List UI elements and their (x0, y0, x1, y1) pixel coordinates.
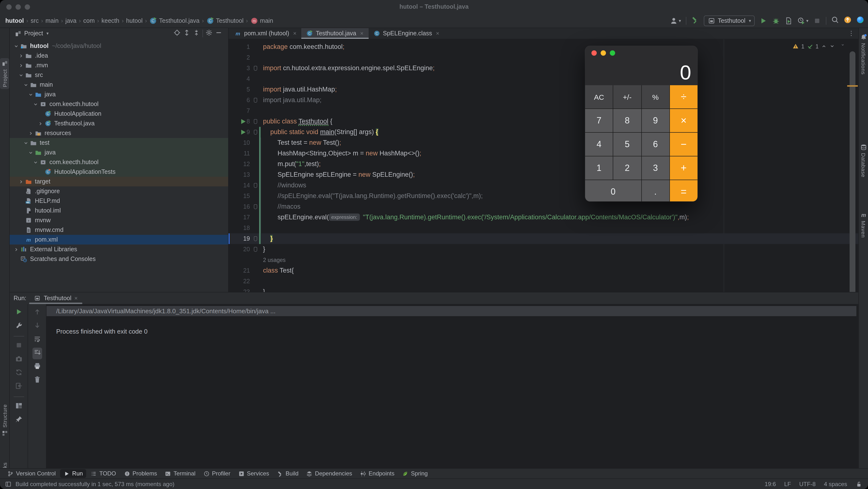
zoom-window-button[interactable] (25, 4, 30, 9)
expand-all-button[interactable] (183, 29, 190, 38)
tree-item-help-md[interactable]: MDHELP.md (10, 196, 228, 206)
breadcrumb-item-testhutool-java[interactable]: CTesthutool.java (149, 17, 199, 25)
tree-chevron[interactable] (28, 130, 35, 136)
sidebar-item-project[interactable]: Project (0, 58, 9, 89)
up-button[interactable] (33, 308, 41, 318)
indent-setting[interactable]: 4 spaces (824, 481, 847, 487)
toolwindow-button-spring[interactable]: Spring (399, 469, 431, 478)
fold-marker-icon[interactable] (254, 204, 257, 209)
sidebar-item-maven[interactable]: mMaven (859, 209, 868, 240)
tree-item-java[interactable]: java (10, 148, 228, 157)
tree-chevron[interactable] (28, 150, 35, 155)
tree-chevron[interactable] (33, 101, 40, 107)
locate-button[interactable] (174, 29, 181, 38)
breadcrumb-item-main[interactable]: main (45, 17, 59, 24)
tab-pom-xml-hutool-[interactable]: mpom.xml (hutool)× (229, 28, 301, 39)
toolwindow-button-profiler[interactable]: Profiler (200, 469, 234, 478)
tree-item-pom-xml[interactable]: mpom.xml (10, 235, 228, 244)
tree-item-mvnw[interactable]: ›mvnw (10, 216, 228, 225)
camera-button[interactable] (15, 355, 23, 365)
tree-item-mvnw-cmd[interactable]: mvnw.cmd (10, 225, 228, 235)
calc-button-0[interactable]: 0 (585, 180, 641, 201)
settings-button[interactable] (206, 29, 213, 38)
fold-marker-icon[interactable] (254, 236, 257, 241)
breadcrumb-item-hutool[interactable]: hutool (5, 17, 24, 24)
softwrap-button[interactable] (33, 335, 41, 345)
toolwindow-toggle-icon[interactable] (5, 481, 11, 487)
breadcrumb-item-src[interactable]: src (31, 17, 38, 24)
tree-item-target[interactable]: target (10, 177, 228, 186)
tree-item-resources[interactable]: resources (10, 128, 228, 138)
close-window-button[interactable] (6, 4, 11, 9)
caret-position[interactable]: 19:6 (765, 481, 776, 487)
calc-button-7[interactable]: 7 (585, 109, 613, 132)
run-line-icon[interactable] (241, 130, 246, 135)
calc-button--[interactable]: = (670, 180, 698, 201)
scrollbar-thumb[interactable] (849, 51, 856, 292)
fold-marker-icon[interactable] (254, 66, 257, 70)
run-line-icon[interactable] (241, 119, 246, 124)
scrollend-button[interactable] (32, 348, 42, 359)
calc-button--[interactable]: ÷ (670, 85, 698, 108)
tab-options-icon[interactable]: ⋮ (848, 30, 855, 37)
toolwindow-button-build[interactable]: Build (273, 469, 302, 478)
close-tab-icon[interactable]: × (360, 30, 364, 37)
update-available-button[interactable] (844, 16, 851, 25)
tree-chevron[interactable] (19, 178, 25, 185)
calc-button--[interactable]: − (670, 133, 698, 156)
collapse-all-button[interactable] (193, 29, 200, 38)
breadcrumb-item-hutool[interactable]: hutool (126, 17, 143, 24)
tree-chevron[interactable] (19, 62, 25, 68)
calc-close-button[interactable] (591, 51, 597, 56)
calc-button--[interactable]: + (670, 156, 698, 180)
tree-item-main[interactable]: main (10, 80, 228, 90)
sidebar-item-structure[interactable]: Structure (0, 402, 9, 438)
toolwindow-button-terminal[interactable]: Terminal (161, 469, 199, 478)
search-everywhere-button[interactable] (831, 16, 839, 25)
run-configuration-select[interactable]: Testhutool▾ (704, 15, 755, 26)
chev-dn-sm-icon[interactable] (829, 43, 835, 50)
tree-item-scratches-and-consoles[interactable]: Scratches and Consoles (10, 254, 228, 264)
tab-testhutool-java[interactable]: CTesthutool.java× (301, 28, 368, 39)
hide-button[interactable] (215, 29, 222, 38)
tree-chevron[interactable] (28, 92, 35, 97)
code-editor[interactable]: 1package com.keecth.hutool;23import cn.h… (228, 39, 858, 292)
tree-item-src[interactable]: src (10, 70, 228, 80)
user-widget[interactable]: ▾ (670, 17, 681, 25)
sidebar-item-database[interactable]: Database (859, 142, 868, 180)
tree-item-java[interactable]: java (10, 90, 228, 99)
tree-item-external-libraries[interactable]: External Libraries (10, 244, 228, 254)
calc-button-AC[interactable]: AC (585, 85, 613, 108)
scrollbar-warning-mark[interactable] (847, 85, 858, 87)
pin-button[interactable] (15, 415, 23, 425)
calc-button-3[interactable]: 3 (642, 156, 670, 180)
breadcrumb-item-keecth[interactable]: keecth (101, 17, 119, 24)
tree-chevron[interactable] (38, 121, 44, 126)
toolwindow-button-problems[interactable]: Problems (120, 469, 160, 478)
chev-up-sm-icon[interactable] (821, 43, 827, 50)
tree-item-hutoolapplicationtests[interactable]: CHutoolApplicationTests (10, 167, 228, 177)
tree-item--idea[interactable]: .idea (10, 51, 228, 61)
trash-button[interactable] (33, 376, 41, 385)
fold-marker-icon[interactable] (254, 98, 257, 102)
close-tab-icon[interactable]: × (293, 30, 297, 37)
build-button[interactable] (691, 16, 699, 25)
tree-chevron[interactable] (13, 43, 20, 49)
stop-button[interactable] (813, 17, 821, 25)
profiler-button[interactable]: ▾ (798, 17, 808, 25)
calc-button-8[interactable]: 8 (614, 109, 641, 132)
stop2-button[interactable] (15, 341, 23, 351)
down-button[interactable] (33, 322, 41, 331)
debug-button[interactable] (772, 17, 780, 25)
calc-button-6[interactable]: 6 (642, 133, 670, 156)
fold-marker-icon[interactable] (254, 119, 257, 124)
tab-spelengine-class[interactable]: CSpELEngine.class× (368, 28, 444, 39)
tree-item-com-keecth-hutool[interactable]: com.keecth.hutool (10, 99, 228, 109)
code-with-me-button[interactable] (857, 16, 864, 25)
rerun-button[interactable] (15, 308, 23, 318)
breadcrumb-item-main[interactable]: mmain (250, 17, 273, 25)
sidebar-item-notifications[interactable]: Notifications (859, 32, 868, 76)
tree-chevron[interactable] (23, 82, 30, 88)
tree-chevron[interactable] (33, 159, 40, 165)
toolwindow-button-endpoints[interactable]: Endpoints (356, 469, 398, 478)
